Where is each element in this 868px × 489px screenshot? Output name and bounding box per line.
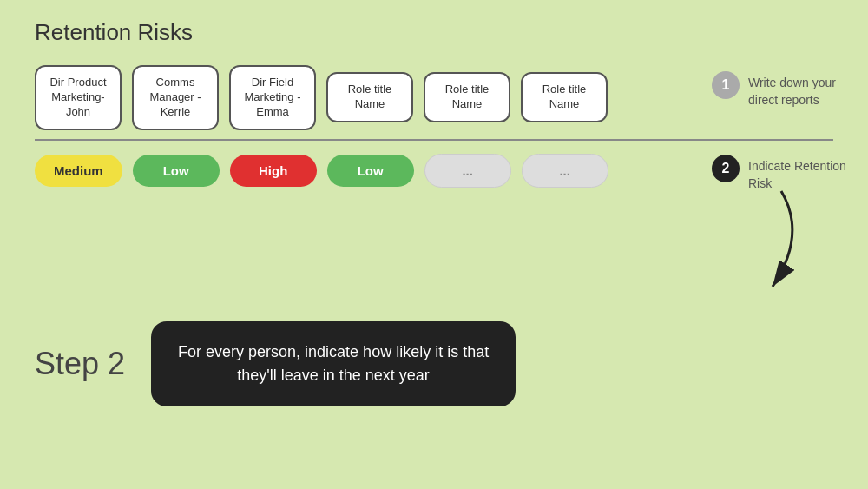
person-card-kerrie[interactable]: CommsManager -Kerrie <box>132 65 219 130</box>
step1-text: Write down your direct reports <box>748 71 868 109</box>
person-card-role1[interactable]: Role titleName <box>326 72 413 122</box>
step2-bottom-section: Step 2 For every person, indicate how li… <box>35 321 516 406</box>
risk-badge-risk-kerrie[interactable]: Low <box>133 155 220 187</box>
risk-badge-risk-role2[interactable]: ... <box>424 154 511 188</box>
arrow-icon <box>729 182 833 295</box>
step1-annotation: 1 Write down your direct reports <box>712 71 868 109</box>
direct-reports-row: Dir ProductMarketing-JohnCommsManager -K… <box>35 65 608 130</box>
risk-indicators-row: MediumLowHighLow...... <box>35 154 608 188</box>
step1-circle: 1 <box>712 71 740 99</box>
section-divider <box>35 139 833 141</box>
page-title: Retention Risks <box>35 19 193 46</box>
step2-description: For every person, indicate how likely it… <box>151 321 516 406</box>
risk-badge-risk-emma[interactable]: High <box>230 155 317 187</box>
person-card-emma[interactable]: Dir FieldMarketing -Emma <box>229 65 316 130</box>
step2-circle: 2 <box>712 155 740 182</box>
risk-badge-risk-role1[interactable]: Low <box>327 155 414 187</box>
risk-badge-risk-role3[interactable]: ... <box>522 154 608 188</box>
person-card-role3[interactable]: Role titleName <box>521 72 608 122</box>
step2-label: Step 2 <box>35 346 125 382</box>
person-card-john[interactable]: Dir ProductMarketing-John <box>35 65 122 130</box>
person-card-role2[interactable]: Role titleName <box>424 72 510 122</box>
arrow-container <box>729 182 833 299</box>
risk-badge-risk-john[interactable]: Medium <box>35 155 122 187</box>
